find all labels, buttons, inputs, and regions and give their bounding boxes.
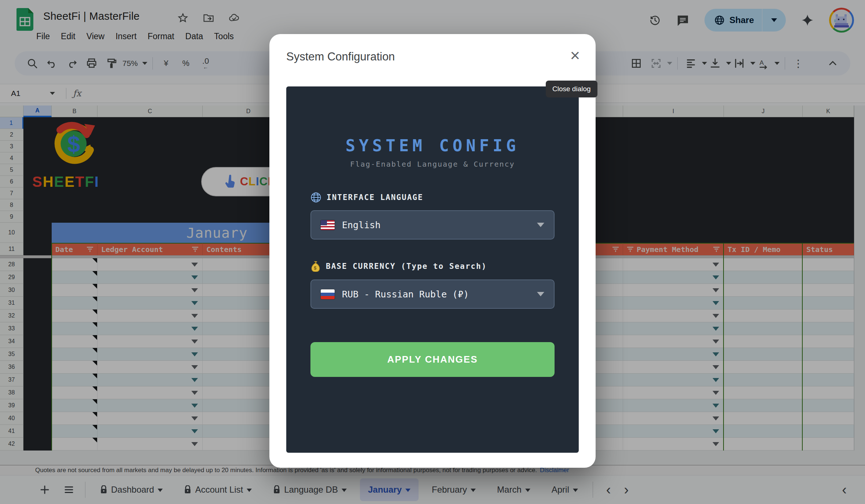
system-configuration-dialog: System Configuration × SYSTEM CONFIG Fla…	[269, 34, 596, 468]
currency-value: RUB - Russian Ruble (₽)	[342, 289, 469, 300]
base-currency-label: $ BASE CURRENCY (Type to Search)	[310, 261, 487, 272]
dialog-title: System Configuration	[286, 50, 395, 63]
config-subheading: Flag-Enabled Language & Currency	[286, 160, 579, 168]
language-dropdown[interactable]: English	[310, 210, 555, 240]
config-panel: SYSTEM CONFIG Flag-Enabled Language & Cu…	[286, 86, 579, 453]
dropdown-arrow-icon	[537, 292, 544, 296]
globe-icon	[310, 192, 321, 203]
apply-changes-button[interactable]: APPLY CHANGES	[310, 342, 555, 377]
config-heading: SYSTEM CONFIG	[286, 136, 579, 155]
close-dialog-tooltip: Close dialog	[546, 81, 597, 97]
currency-dropdown[interactable]: RUB - Russian Ruble (₽)	[310, 279, 555, 309]
ru-flag-icon	[321, 289, 335, 299]
us-flag-icon	[321, 220, 335, 230]
language-value: English	[342, 220, 380, 230]
money-bag-icon: $	[310, 261, 321, 272]
close-icon[interactable]: ×	[565, 45, 585, 66]
dropdown-arrow-icon	[537, 223, 544, 227]
interface-language-label: INTERFACE LANGUAGE	[310, 192, 423, 203]
svg-text:$: $	[314, 266, 317, 271]
